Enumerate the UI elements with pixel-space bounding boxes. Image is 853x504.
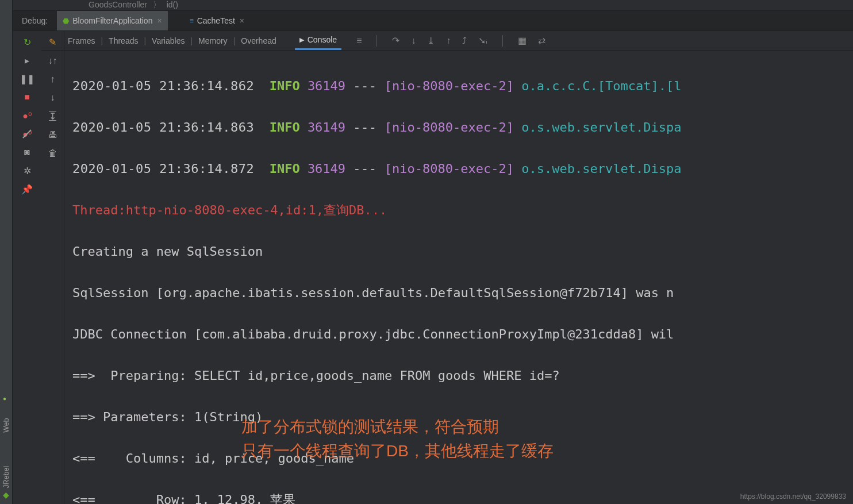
step-out-icon[interactable]: ↑ [446, 36, 451, 46]
settings-icon[interactable]: ⇄ [538, 35, 545, 46]
pause-icon[interactable]: ❚❚ [22, 74, 32, 84]
panel-tab-memory[interactable]: Memory [195, 36, 231, 45]
run-to-cursor-icon[interactable]: ➘ᵢ [478, 35, 487, 46]
web-dot-icon: ● [3, 395, 6, 402]
up-icon[interactable]: ↑ [48, 74, 58, 84]
trash-icon[interactable]: 🗑 [48, 148, 58, 159]
breadcrumb: GoodsController 〉 id() [13, 0, 853, 6]
console-tab-label: Console [308, 35, 337, 44]
resume-icon[interactable]: ▸ [22, 55, 32, 66]
left-tab-web[interactable]: Web [2, 418, 10, 432]
step-over-icon[interactable]: ↷ [392, 35, 399, 46]
console-toolbar: ≡ ↷ ↓ ⤓ ↑ ⤴ ➘ᵢ ▦ ⇄ [356, 35, 545, 47]
test-icon: ≡ [190, 17, 194, 25]
pencil-icon[interactable]: ✎ [48, 37, 58, 48]
step-into-icon[interactable]: ↓ [411, 36, 416, 46]
log-row: Creating a new SqlSession [72, 241, 850, 262]
rerun-icon[interactable]: ↻ [22, 37, 32, 47]
breakpoints-icon[interactable]: ●⁰ [22, 110, 32, 121]
separator [502, 35, 503, 47]
log-row: SqlSession [org.apache.ibatis.session.de… [72, 283, 850, 303]
panel-tab-frames[interactable]: Frames [64, 36, 98, 45]
watermark: https://blog.csdn.net/qq_32099833 [740, 493, 846, 501]
gear-icon[interactable]: ✲ [22, 166, 32, 176]
panel-tab-console[interactable]: ▶ Console [295, 31, 341, 50]
pin-icon[interactable]: 📌 [22, 184, 32, 194]
log-row: 2020-01-05 21:36:14.872 INFO 36149 --- [… [72, 159, 850, 179]
jrebel-icon: ◆ [3, 490, 9, 499]
stop-icon[interactable]: ■ [22, 92, 32, 102]
debug-label: Debug: [13, 16, 57, 25]
camera-icon[interactable]: ◙ [22, 147, 32, 157]
log-row: 2020-01-05 21:36:14.863 INFO 36149 --- [… [72, 117, 850, 138]
drop-frame-icon[interactable]: ⤴ [462, 36, 467, 46]
panel-tab-variables[interactable]: Variables [148, 36, 188, 45]
play-icon: ▶ [299, 36, 304, 44]
log-row: <== Row: 1, 12.98, 苹果 [72, 490, 850, 504]
debug-tab-cachetest[interactable]: ≡ CacheTest × [184, 11, 250, 30]
soft-wrap-icon[interactable]: ≡ [356, 36, 362, 46]
log-row: JDBC Connection [com.alibaba.druid.proxy… [72, 324, 850, 345]
sort-icon[interactable]: ↓↑ [48, 56, 58, 66]
panel-tab-threads[interactable]: Threads [105, 36, 141, 45]
debug-tab-label: CacheTest [197, 16, 235, 25]
scroll-to-end-icon[interactable]: ↧ [48, 111, 58, 122]
debug-side-toolbar: ↻ ▸ ❚❚ ■ ●⁰ ●⁰ ◙ ✲ 📌 [13, 31, 41, 504]
annotation-line2: 只有一个线程查询了DB，其他线程走了缓存 [241, 439, 554, 463]
panel-tab-overhead[interactable]: Overhead [237, 36, 279, 45]
breadcrumb-sep: 〉 [153, 0, 161, 9]
close-icon[interactable]: × [157, 16, 162, 25]
log-row-db-query: Thread:http-nio-8080-exec-4,id:1,查询DB... [72, 200, 850, 221]
separator [376, 35, 377, 47]
down-icon[interactable]: ↓ [48, 93, 58, 103]
frame-side-toolbar: ✎ ↓↑ ↑ ↓ ↧ 🖶 🗑 [41, 31, 64, 504]
annotation-overlay: 加了分布式锁的测试结果，符合预期 只有一个线程查询了DB，其他线程走了缓存 [241, 415, 554, 463]
log-row: 2020-01-05 21:36:14.862 INFO 36149 --- [… [72, 76, 850, 97]
debug-panel-tabs: Frames | Threads | Variables | Memory | … [41, 31, 853, 51]
annotation-line1: 加了分布式锁的测试结果，符合预期 [241, 415, 554, 439]
close-icon[interactable]: × [240, 16, 244, 25]
bug-icon: ⬣ [63, 17, 69, 25]
evaluate-icon[interactable]: ▦ [518, 35, 527, 46]
log-row: ==> Preparing: SELECT id,price,goods_nam… [72, 366, 850, 386]
left-tool-strip: ● Web JRebel ◆ [0, 0, 13, 504]
debug-tab-row: Debug: ⬣ BloomFilterApplication × ≡ Cach… [13, 10, 853, 31]
mute-breakpoints-icon[interactable]: ●⁰ [22, 129, 32, 139]
force-step-into-icon[interactable]: ⤓ [427, 35, 435, 46]
breadcrumb-seg[interactable]: id() [167, 0, 178, 9]
debug-tab-label: BloomFilterApplication [72, 16, 152, 25]
debug-tab-bloomfilter[interactable]: ⬣ BloomFilterApplication × [57, 11, 167, 30]
left-tab-jrebel[interactable]: JRebel [2, 465, 10, 488]
print-icon[interactable]: 🖶 [48, 130, 58, 140]
breadcrumb-seg[interactable]: GoodsController [89, 0, 147, 9]
